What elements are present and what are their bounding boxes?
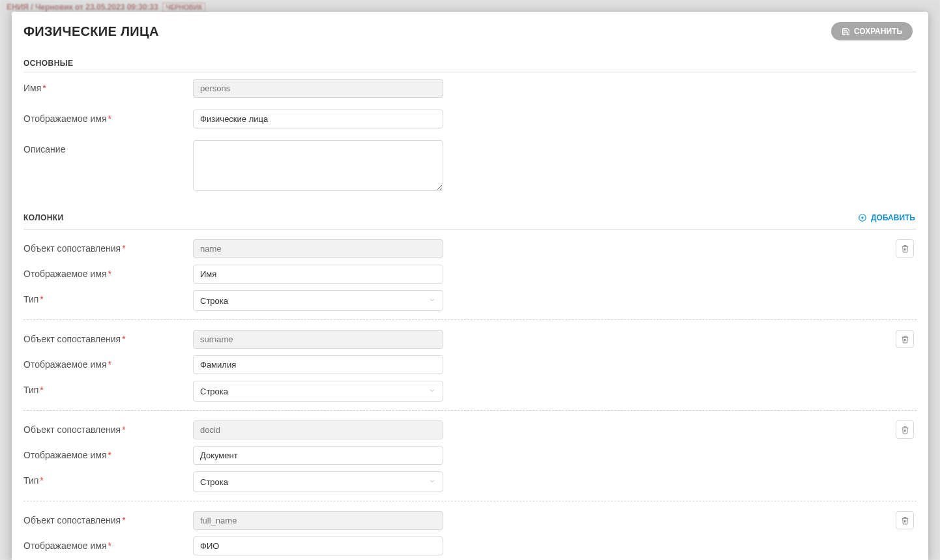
column-block: Объект сопоставления* Отображае <box>23 320 917 411</box>
delete-column-button[interactable] <box>896 511 914 529</box>
column-type-value: Строка <box>200 296 228 306</box>
column-display-label: Отображаемое имя* <box>23 446 193 460</box>
field-name: Имя* <box>23 72 917 103</box>
column-display-input[interactable] <box>193 446 443 465</box>
column-mapping-input <box>193 420 443 439</box>
section-columns-header: КОЛОНКИ ДОБАВИТЬ <box>23 211 917 229</box>
chevron-down-icon <box>428 477 436 487</box>
modal-dialog: ФИЗИЧЕСКИЕ ЛИЦА СОХРАНИТЬ ОСНОВНЫЕ Имя* <box>12 12 928 560</box>
section-main: ОСНОВНЫЕ Имя* Отображаемое имя* <box>23 59 917 199</box>
column-display-input[interactable] <box>193 355 443 374</box>
column-mapping-input <box>193 330 443 349</box>
column-type-select[interactable]: Строка <box>193 381 443 402</box>
chevron-down-icon <box>428 387 436 396</box>
field-display-name-label: Отображаемое имя* <box>23 110 193 124</box>
breadcrumb-fragment: ЕНИЯ / Черновик от 23.05.2023 09:30:33 Ч… <box>7 3 205 12</box>
column-mapping-input <box>193 239 443 258</box>
column-type-value: Строка <box>200 387 228 396</box>
column-block: Объект сопоставления* Отображае <box>23 229 917 320</box>
modal-title: ФИЗИЧЕСКИЕ ЛИЦА <box>23 24 159 39</box>
section-main-title: ОСНОВНЫЕ <box>23 59 73 68</box>
save-button-label: СОХРАНИТЬ <box>854 27 902 36</box>
display-name-input[interactable] <box>193 110 443 128</box>
field-display-name: Отображаемое имя* <box>23 103 917 134</box>
column-type-select[interactable]: Строка <box>193 290 443 311</box>
column-type-label: Тип* <box>23 471 193 486</box>
column-mapping-input <box>193 511 443 530</box>
name-input <box>193 79 443 98</box>
column-block: Объект сопоставления* Отображае <box>23 501 917 560</box>
modal-body[interactable]: ОСНОВНЫЕ Имя* Отображаемое имя* <box>12 47 928 560</box>
column-mapping-label: Объект сопоставления* <box>23 239 193 254</box>
trash-icon <box>901 426 909 434</box>
column-mapping-label: Объект сопоставления* <box>23 420 193 435</box>
field-description-label: Описание <box>23 140 193 155</box>
description-textarea[interactable] <box>193 140 443 191</box>
column-display-label: Отображаемое имя* <box>23 537 193 551</box>
add-column-button[interactable]: ДОБАВИТЬ <box>857 211 917 225</box>
column-display-label: Отображаемое имя* <box>23 265 193 279</box>
trash-icon <box>901 244 909 253</box>
column-type-select[interactable]: Строка <box>193 471 443 492</box>
add-column-label: ДОБАВИТЬ <box>871 213 915 222</box>
modal-header: ФИЗИЧЕСКИЕ ЛИЦА СОХРАНИТЬ <box>12 12 928 47</box>
section-main-header: ОСНОВНЫЕ <box>23 59 917 72</box>
field-description: Описание <box>23 134 917 199</box>
delete-column-button[interactable] <box>896 239 914 258</box>
field-name-label: Имя* <box>23 79 193 93</box>
section-columns-title: КОЛОНКИ <box>23 213 64 222</box>
column-display-input[interactable] <box>193 265 443 284</box>
section-columns: КОЛОНКИ ДОБАВИТЬ Объект сопоставления* <box>23 211 917 560</box>
column-type-label: Тип* <box>23 381 193 395</box>
plus-circle-icon <box>858 213 867 222</box>
delete-column-button[interactable] <box>896 420 914 439</box>
chevron-down-icon <box>428 296 436 306</box>
column-mapping-label: Объект сопоставления* <box>23 511 193 525</box>
column-type-value: Строка <box>200 477 228 487</box>
column-mapping-label: Объект сопоставления* <box>23 330 193 344</box>
delete-column-button[interactable] <box>896 330 914 348</box>
save-button[interactable]: СОХРАНИТЬ <box>831 22 913 40</box>
trash-icon <box>901 335 909 344</box>
column-block: Объект сопоставления* Отображае <box>23 411 917 501</box>
trash-icon <box>901 516 909 525</box>
save-icon <box>842 27 850 36</box>
column-type-label: Тип* <box>23 290 193 304</box>
column-display-input[interactable] <box>193 537 443 555</box>
column-display-label: Отображаемое имя* <box>23 355 193 370</box>
